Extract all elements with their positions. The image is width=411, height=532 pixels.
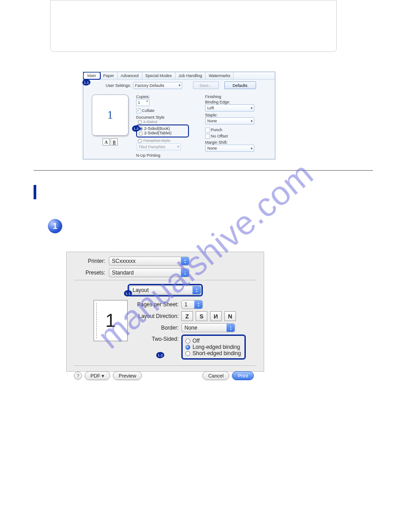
printer-label: Printer: [74,258,105,264]
user-settings-select[interactable]: Factory Defaults [133,82,182,89]
finishing-label: Finishing [205,94,271,99]
radio-short-edge-label: Short-edged binding [193,350,241,356]
no-offset-checkbox[interactable] [205,134,210,139]
staple-select[interactable]: None [205,117,254,124]
ab-b-icon: B [111,138,118,146]
tab-paper[interactable]: Paper [100,72,118,79]
defaults-button[interactable]: Defaults [224,82,256,89]
cancel-button[interactable]: Cancel [202,371,229,380]
copies-label: Copies: [136,94,202,99]
preview-button[interactable]: Preview [113,371,142,380]
radio-long-edge-label: Long-edged binding [193,344,240,350]
collate-checkbox[interactable] [136,108,141,113]
border-select[interactable]: None [181,323,235,332]
help-button[interactable]: ? [74,372,82,380]
border-label: Border: [133,325,179,331]
win-tab-strip: Main Paper Advanced Special Modes Job Ha… [83,72,275,80]
tab-job-handling[interactable]: Job Handling [176,72,206,79]
pamphlet-select: Tiled Pamphlet [136,143,181,150]
note-box [50,0,337,52]
pages-per-sheet-label: Pages per Sheet: [133,301,179,308]
layout-dir-1[interactable]: Z [181,311,193,321]
nup-label: N-Up Printing [136,153,202,158]
layout-highlight: Layout [128,284,203,296]
page-preview: 1 [92,94,128,136]
radio-off[interactable] [185,339,190,343]
staple-label: Staple: [205,113,271,117]
layout-dir-4[interactable]: N [224,311,236,321]
windows-print-dialog: Main Paper Advanced Special Modes Job Ha… [83,72,275,159]
divider [34,170,373,171]
layout-direction-label: Layout Direction: [133,313,179,319]
copies-input[interactable]: 1 [136,99,150,106]
two-sided-label: Two-Sided: [133,335,179,342]
tab-watermarks[interactable]: Watermarks [206,72,234,79]
mac-page-preview: 1 [94,300,128,341]
radio-off-label: Off [193,338,200,344]
radio-2sided-tablet-label: 2-Sided(Tablet) [144,131,171,135]
margin-shift-label: Margin Shift: [205,140,271,145]
user-settings-label: User Settings: [106,83,131,88]
presets-label: Presets: [74,270,105,276]
pages-per-sheet-select[interactable]: 1 [181,300,203,309]
ab-a-icon: A [103,138,110,146]
punch-label: Punch [211,128,223,132]
printer-select[interactable]: SCxxxxxx [109,257,189,266]
layout-dir-2[interactable]: S [196,311,207,321]
no-offset-label: No Offset [211,134,228,138]
mac-print-dialog: Printer: SCxxxxxx Presets: Standard Layo… [66,252,264,372]
presets-select[interactable]: Standard [109,268,189,277]
collate-label: Collate [142,108,154,113]
radio-2sided-book-label: 2-Sided(Book) [144,126,170,131]
two-sided-highlight: Off Long-edged binding Short-edged bindi… [181,335,246,360]
radio-pamphlet-label: Pamphlet Style [143,138,171,143]
doc-style-highlight: 2-Sided(Book) 2-Sided(Tablet) [136,124,189,137]
print-button[interactable]: Print [232,371,254,380]
section-select[interactable]: Layout [129,286,201,295]
step-number-icon: 1 [48,219,62,233]
punch-checkbox[interactable] [205,128,210,133]
layout-dir-3[interactable]: И [210,311,222,321]
radio-1sided-label: 1-Sided [143,120,157,124]
tab-advanced[interactable]: Advanced [118,72,142,79]
radio-1sided[interactable] [138,120,142,124]
section-marker [34,185,36,199]
tab-main[interactable]: Main [83,72,101,80]
radio-long-edge[interactable] [185,345,190,350]
win-preview-pane: 1 A B [87,94,133,158]
radio-pamphlet [138,139,142,143]
margin-shift-select[interactable]: None [205,145,254,152]
doc-style-label: Document Style [136,115,202,120]
pdf-button[interactable]: PDF ▾ [85,371,110,380]
save-button[interactable]: Save... [193,82,219,89]
radio-2sided-tablet[interactable] [139,132,143,136]
binding-edge-select[interactable]: Left [205,104,254,112]
tab-special-modes[interactable]: Special Modes [142,72,176,79]
radio-short-edge[interactable] [185,351,190,356]
binding-edge-label: Binding Edge: [205,100,271,104]
